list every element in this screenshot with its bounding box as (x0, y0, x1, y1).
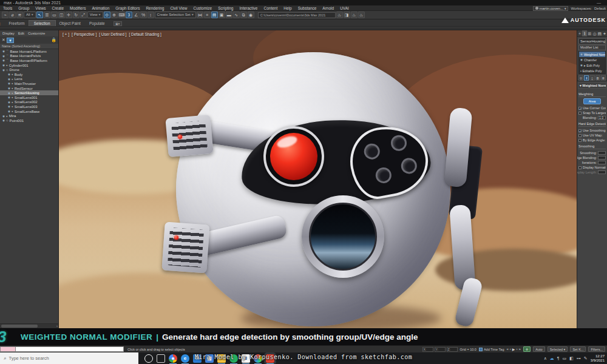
spinner-value[interactable] (598, 151, 606, 155)
user-account-button[interactable]: martin.coven... ▾ (533, 6, 569, 11)
rollout-header-weighted-normals[interactable]: ▾ Weighted Normals (578, 83, 606, 89)
visibility-eye-icon[interactable]: ◉ (2, 59, 5, 62)
key-filters-button[interactable]: Filters... (588, 346, 605, 352)
visibility-eye-icon[interactable]: ◉ (2, 115, 5, 118)
ribbon-tab-object-paint[interactable]: Object Paint (55, 21, 86, 26)
auto-key-button[interactable]: Auto (533, 346, 544, 352)
menu-graph-editors[interactable]: Graph Editors (112, 6, 143, 10)
param-snap-to-largest-face-checkbox[interactable]: Snap To Largest Face (578, 110, 606, 115)
ribbon-camera-dropdown[interactable]: ▣▾ (114, 21, 122, 26)
visibility-eye-icon[interactable]: ◉ (8, 96, 10, 99)
visibility-eye-icon[interactable]: ◉ (8, 78, 10, 81)
menu-arnold[interactable]: Arnold (319, 6, 337, 10)
select-by-name-icon[interactable]: ☰ (44, 12, 50, 18)
ribbon-tab-populate[interactable]: Populate (84, 21, 110, 26)
param-area-button[interactable]: Area (583, 98, 602, 104)
workspace-selector[interactable]: Default (594, 7, 606, 10)
visibility-eye-icon[interactable]: ◉ (8, 92, 10, 95)
render-setup-icon[interactable]: ♨ (336, 12, 343, 18)
go-to-end-icon[interactable]: » (518, 347, 520, 351)
menu-civil-view[interactable]: Civil View (167, 6, 190, 10)
explorer-item-smalllens001[interactable]: ◉●SmallLens001 (0, 95, 58, 100)
render-production-icon[interactable]: ♨ (351, 12, 358, 18)
minimize-button[interactable]: — (597, 0, 601, 5)
maxscript-listener-pink[interactable] (0, 346, 16, 352)
play-icon[interactable]: ▶ (512, 347, 515, 351)
show-end-result-icon[interactable]: ‖ (584, 75, 589, 81)
param-use-smoothing-groups-checkbox[interactable]: ✓Use Smoothing Groups (578, 128, 606, 133)
pen-icon[interactable]: ✎ (584, 356, 588, 361)
explorer-item-cylinder001[interactable]: ◉●Cylinder001 (0, 63, 58, 68)
spinner-value[interactable] (598, 170, 606, 174)
selection-set-dropdown[interactable]: Create Selection Set▾ (155, 12, 196, 18)
explorer-menu-customize[interactable]: Customize (28, 32, 45, 35)
visibility-eye-icon[interactable]: ◉ (2, 119, 5, 122)
select-and-link-icon[interactable]: ⌁ (2, 12, 8, 18)
taskbar-clock[interactable]: 12:27 3/9/2021 (591, 354, 605, 363)
visibility-eye-icon[interactable]: ◉ (8, 87, 10, 90)
explorer-item-base-humanlplatform[interactable]: ◉⌒Base HumanLPlatform (0, 49, 58, 54)
visibility-eye-icon[interactable]: ◉ (2, 69, 5, 72)
explorer-item-redsensor[interactable]: ◉●RedSensor (0, 86, 58, 91)
visibility-eye-icon[interactable]: ◉ (8, 82, 10, 85)
snaps-toggle-icon[interactable]: 3 (126, 12, 132, 18)
modifier-eye-icon[interactable]: ◉ (580, 58, 583, 61)
filter-icon[interactable]: ▼ (7, 38, 14, 43)
layer-explorer-icon[interactable]: ▣ (219, 12, 225, 18)
visibility-eye-icon[interactable]: ◉ (8, 110, 10, 113)
select-object-icon[interactable]: ↖ (36, 12, 43, 18)
coordinate-field-y[interactable]: Y: (435, 347, 446, 352)
bind-to-spacewarp-icon[interactable]: ≋ (16, 12, 23, 18)
checkbox-icon[interactable]: ✓ (578, 129, 582, 132)
explorer-menu-display[interactable]: Display (2, 32, 15, 35)
scroll-right-arrow[interactable]: › (56, 324, 58, 328)
visibility-eye-icon[interactable]: ◉ (2, 50, 5, 53)
menu-uvai[interactable]: UVAI (337, 6, 352, 10)
select-and-move-icon[interactable]: ✛ (66, 12, 72, 18)
render-iterative-icon[interactable]: ♨ (358, 12, 365, 18)
param-by-edge-angle--checkbox[interactable]: By Edge Angle: (578, 138, 606, 143)
checkbox-icon[interactable] (578, 112, 582, 115)
explorer-item-base-humanrplatform[interactable]: ◉⌒Base HumanRPlatform (0, 58, 58, 63)
clear-search-icon[interactable]: ✕ (2, 38, 5, 42)
percent-snap-icon[interactable]: % (140, 12, 147, 18)
go-to-start-icon[interactable]: « (506, 347, 508, 351)
curve-editor-icon[interactable]: ∿ (233, 12, 240, 18)
explorer-item-smalllens002[interactable]: ◉●SmallLens002 (0, 100, 58, 105)
lock-icon[interactable]: 🔒 (51, 38, 56, 42)
select-and-rotate-icon[interactable]: ↻ (73, 12, 80, 18)
tab-create[interactable]: + (577, 30, 582, 36)
edge-icon[interactable]: e (181, 354, 189, 363)
checkbox-icon[interactable] (578, 139, 582, 142)
perspective-viewport[interactable]: [ + ][ Perspective ][ User Defined ][ De… (59, 30, 577, 328)
viewport-menu-shading[interactable]: [ Default Shading ] (129, 32, 161, 36)
visibility-eye-icon[interactable]: ◉ (8, 73, 10, 76)
explorer-menu-edit[interactable]: Edit (18, 32, 24, 35)
param-display-normals-checkbox[interactable]: Display Normals (578, 165, 606, 170)
taskbar-search-input[interactable]: ⌕ Type here to search (0, 352, 138, 364)
menu-views[interactable]: Views (32, 6, 49, 10)
cortana-icon[interactable] (144, 354, 153, 363)
scene-explorer-toggle-icon[interactable]: ▤ (211, 12, 218, 18)
ribbon-toggle-icon[interactable]: ▬ (226, 12, 232, 18)
select-and-manipulate-icon[interactable]: ⊕ (111, 12, 118, 18)
explorer-item-body[interactable]: ◉●Body (0, 72, 58, 77)
menu-scripting[interactable]: Scripting (215, 6, 236, 10)
explorer-item-lens[interactable]: ◉●Lens (0, 77, 58, 82)
project-folder-field[interactable]: C:\Users\covenm\Documents\3ds Max 2021 (258, 12, 336, 18)
param-use-corner-convexity-checkbox[interactable]: ✓Use Corner Convexity (578, 106, 606, 110)
onedrive-icon[interactable]: ☁ (550, 356, 554, 361)
menu-substance[interactable]: Substance (295, 6, 320, 10)
menu-help[interactable]: Help (280, 6, 294, 10)
remove-modifier-icon[interactable]: 🗑 (595, 75, 600, 81)
modifier-eye-icon[interactable]: ◉ (580, 53, 583, 56)
configure-sets-icon[interactable]: ≣ (601, 75, 606, 81)
modifier-eye-icon[interactable]: ◉ (580, 64, 583, 67)
stack--edit-poly[interactable]: ◉▸ Edit Poly (579, 62, 605, 68)
explorer-item-smalllensbase[interactable]: ◉●SmallLensBase (0, 109, 58, 114)
explorer-column-header[interactable]: Name (Sorted Ascending) (0, 44, 58, 49)
keyboard-override-icon[interactable]: ⌨ (118, 12, 125, 18)
add-time-tag[interactable]: Add Time Tag (479, 348, 504, 351)
object-name-field[interactable]: SensorHousing (578, 38, 606, 44)
mic-icon[interactable]: ¶ (557, 356, 560, 360)
